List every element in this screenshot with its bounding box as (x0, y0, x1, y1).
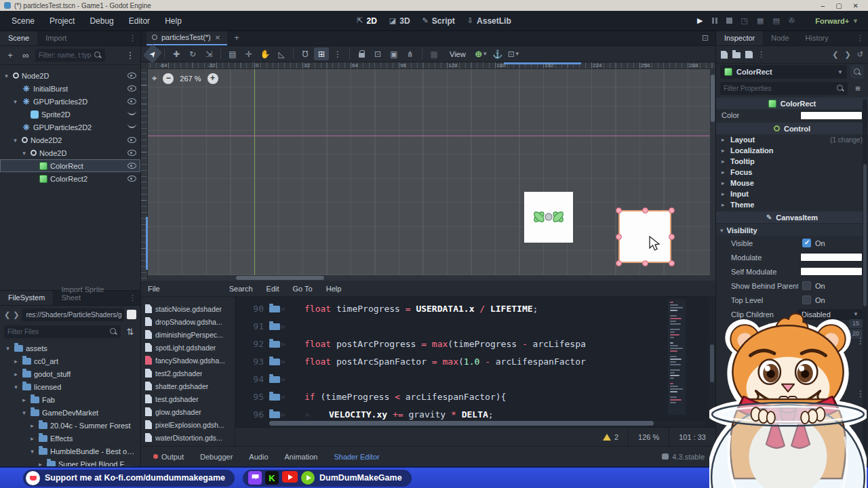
history-forward-icon[interactable]: ❯ (845, 50, 851, 59)
script-file-item[interactable]: waterDistortion.gds... (141, 431, 235, 444)
tab-history[interactable]: History (797, 31, 837, 45)
canvas-hscrollbar[interactable] (148, 275, 715, 281)
expand-arrow-icon[interactable]: ▾ (4, 345, 12, 352)
workspace-3d[interactable]: ◪3D (389, 16, 410, 26)
expand-arrow-icon[interactable]: ▾ (12, 98, 19, 105)
zoom-in-button[interactable]: + (208, 73, 218, 84)
expand-arrow-icon[interactable]: ▾ (20, 150, 28, 157)
menu-help[interactable]: Help (319, 283, 349, 295)
nav-back-icon[interactable]: ❮ (4, 310, 10, 319)
dock-menu-icon[interactable]: ⋮ (125, 293, 140, 305)
selection-handle[interactable] (616, 207, 622, 214)
code-vscrollbar[interactable] (709, 297, 715, 420)
scene-node-sprite2d[interactable]: Sprite2D (0, 108, 140, 121)
folder-cc0-art[interactable]: ▸cc0_art (0, 354, 140, 367)
checkbox[interactable] (802, 239, 811, 247)
file-filter-input[interactable] (7, 328, 107, 336)
youtube-icon[interactable] (282, 471, 298, 483)
maximize-button[interactable]: ▢ (835, 2, 842, 9)
code-line[interactable]: 95⌄»if (timeProgress < arcLifespanFactor… (235, 388, 715, 405)
center-view-icon[interactable]: ⌖ (152, 73, 157, 84)
bottom-tab-debugger[interactable]: Debugger (192, 449, 241, 464)
new-scene-tab-button[interactable]: + (227, 33, 246, 45)
script-file-item[interactable]: spotLight.gdshader (141, 341, 235, 354)
folder-fab[interactable]: ▸Fab (0, 393, 140, 406)
code-hscrollbar[interactable] (269, 421, 706, 426)
file-filter[interactable] (4, 325, 121, 338)
visibility-toggle-icon[interactable] (127, 98, 136, 104)
visibility-toggle-icon[interactable] (127, 73, 136, 79)
scene-node-initialburst[interactable]: ❋InitialBurst (0, 82, 140, 95)
load-resource-icon[interactable] (732, 52, 741, 58)
visibility-toggle-icon[interactable] (127, 85, 136, 92)
new-resource-icon[interactable] (721, 51, 728, 59)
selection-handle[interactable] (669, 260, 675, 266)
visibility-toggle-icon[interactable] (127, 150, 136, 156)
checkbox[interactable] (802, 296, 811, 304)
script-file-item[interactable]: test2.gdshader (141, 367, 235, 380)
selection-handle[interactable] (616, 234, 622, 240)
close-icon[interactable]: ✕ (215, 34, 220, 41)
visibility-toggle-icon[interactable] (127, 176, 136, 182)
category-localization[interactable]: ▸Localization (716, 145, 868, 156)
expand-viewport-icon[interactable]: ⊡ (695, 33, 715, 45)
kick-icon[interactable] (265, 471, 279, 485)
code-line[interactable]: 93»float postArcSpanFactor = max(1.0 - a… (235, 352, 715, 370)
color-swatch[interactable] (800, 267, 863, 276)
bone-button[interactable]: ⋔ (403, 47, 418, 60)
layer-grid[interactable]: 1520 (849, 319, 863, 338)
folder-effects[interactable]: ▸Effects (0, 432, 140, 445)
play-button[interactable]: ▶ (697, 16, 703, 25)
lock-button[interactable] (354, 47, 369, 60)
expand-arrow-icon[interactable]: ▾ (12, 384, 20, 390)
menu-file[interactable]: File (141, 283, 167, 295)
minimize-button[interactable]: – (821, 2, 825, 9)
dock-menu-icon[interactable]: ⋮ (852, 34, 868, 45)
play-scene-icon[interactable]: ▦ (757, 16, 764, 25)
file-sort-icon[interactable]: ⇅ (124, 327, 136, 337)
category-layout[interactable]: ▸Layout(1 change) (716, 134, 868, 145)
remote-debug-icon[interactable]: ◳ (741, 16, 748, 25)
group-button[interactable]: ▣ (387, 47, 401, 60)
scene-filter[interactable] (35, 49, 105, 62)
code-line[interactable]: 94» (235, 370, 715, 388)
menu-help[interactable]: Help (159, 14, 188, 28)
scene-tab-particlestest[interactable]: particlesTest(*) ✕ (146, 30, 227, 45)
inspector-scrollbar[interactable] (863, 99, 867, 453)
dropdown[interactable]: Disabled▼ (797, 309, 863, 320)
stop-button[interactable] (726, 18, 732, 24)
menu-editor[interactable]: Editor (123, 14, 156, 28)
movie-maker-icon[interactable]: ✇ (789, 16, 795, 25)
selection-handle[interactable] (642, 207, 648, 214)
expand-arrow-icon[interactable]: ▾ (12, 137, 19, 144)
move-tool[interactable]: ✚ (169, 47, 184, 60)
close-button[interactable]: ✕ (853, 2, 859, 9)
twitch-icon[interactable] (248, 471, 262, 485)
select-tool[interactable]: ➤ (143, 44, 163, 64)
list-select-tool[interactable]: ▤ (225, 47, 240, 60)
script-file-item[interactable]: shatter.gdshader (141, 380, 235, 392)
color-swatch[interactable] (800, 253, 863, 262)
selection-handle[interactable] (616, 260, 622, 266)
folder-20-04c-summer-forest[interactable]: ▸20.04c - Summer Forest (0, 419, 140, 432)
visibility-toggle-icon[interactable] (127, 163, 136, 169)
property-tools-icon[interactable]: ≡ (852, 83, 864, 94)
selection-handle[interactable] (669, 234, 675, 240)
open-docs-button[interactable] (850, 65, 864, 79)
canvas-colorrect2-selected[interactable] (618, 210, 671, 263)
menu-go-to[interactable]: Go To (286, 283, 319, 295)
category-input[interactable]: ▸Input (716, 188, 868, 199)
workspace-2d[interactable]: ⇱2D (357, 16, 377, 26)
dock-menu-icon[interactable]: ⋮ (125, 34, 140, 45)
pivot-tool[interactable]: ✛ (241, 47, 256, 60)
tab-scene[interactable]: Scene (0, 31, 37, 45)
fold-arrow-icon[interactable]: ⌄ (269, 394, 280, 401)
category-theme[interactable]: ▸Theme (716, 199, 868, 210)
bottom-tab-audio[interactable]: Audio (241, 449, 276, 464)
tab-import[interactable]: Import (37, 31, 75, 45)
menu-search[interactable]: Search (222, 283, 260, 295)
expand-arrow-icon[interactable]: ▸ (28, 422, 36, 429)
category-tooltip[interactable]: ▸Tooltip (716, 156, 868, 167)
workspace-script[interactable]: ✎Script (422, 16, 455, 26)
view-menu[interactable]: View (443, 50, 473, 58)
